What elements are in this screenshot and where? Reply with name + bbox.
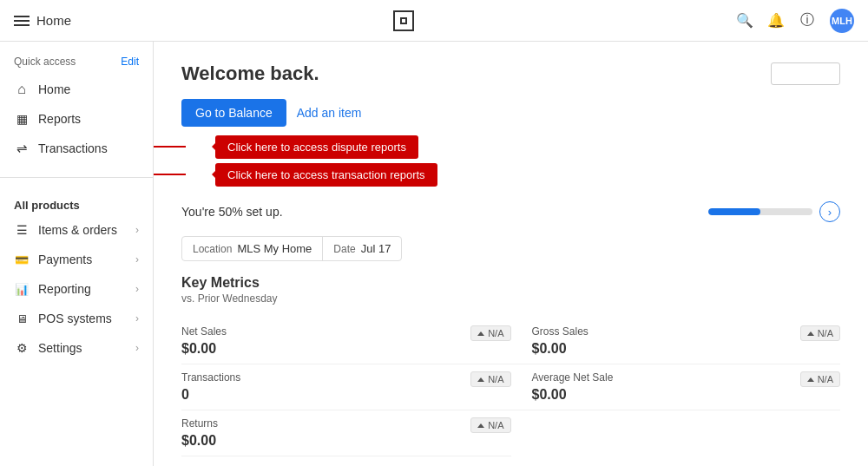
square-logo — [393, 10, 414, 31]
avg-net-sale-info: Average Net Sale $0.00 — [532, 371, 614, 403]
sidebar-item-settings[interactable]: Settings › — [0, 333, 153, 363]
key-metrics-subtitle: vs. Prior Wednesday — [181, 292, 840, 305]
sidebar-item-home-left: Home — [14, 82, 70, 97]
actions-row: Go to Balance Add an item — [181, 99, 840, 127]
metric-gross-sales: Gross Sales $0.00 N/A — [511, 318, 841, 364]
settings-left: Settings — [14, 340, 82, 356]
sidebar-item-transactions[interactable]: Transactions — [0, 134, 153, 163]
setup-bar-right: › — [708, 201, 840, 222]
date-value: Jul 17 — [361, 242, 391, 255]
setup-progress-container: You're 50% set up. › — [181, 201, 840, 222]
main-layout: Quick access Edit Home Reports Transacti… — [0, 42, 868, 466]
settings-icon — [14, 340, 30, 356]
search-box[interactable] — [771, 62, 840, 85]
avg-net-sale-badge-area: N/A — [800, 371, 840, 387]
payments-icon — [14, 252, 30, 267]
sidebar-divider — [0, 177, 153, 178]
transactions-badge-area: N/A — [470, 371, 510, 387]
progress-track — [708, 208, 812, 215]
items-orders-label: Items & orders — [38, 223, 117, 237]
reporting-label: Reporting — [38, 282, 91, 296]
go-to-balance-button[interactable]: Go to Balance — [181, 99, 286, 127]
metric-transactions: Transactions 0 N/A — [181, 364, 511, 410]
quick-access-label: Quick access — [14, 56, 76, 68]
setup-label: You're 50% set up. — [181, 205, 283, 219]
returns-badge: N/A — [470, 417, 510, 433]
transactions-badge: N/A — [470, 371, 510, 387]
progress-arrow-button[interactable]: › — [819, 201, 840, 222]
sidebar-item-reports[interactable]: Reports — [0, 104, 153, 134]
transactions-callout-row: Click here to access transaction reports — [154, 161, 628, 187]
metric-empty — [511, 410, 841, 456]
settings-chevron: › — [135, 342, 139, 354]
pos-left: POS systems — [14, 311, 112, 326]
transaction-callout: Click here to access transaction reports — [215, 163, 437, 187]
net-sales-info: Net Sales $0.00 — [181, 325, 227, 357]
reporting-left: Reporting — [14, 281, 91, 297]
edit-link[interactable]: Edit — [121, 56, 139, 68]
metric-returns: Returns $0.00 N/A — [181, 410, 511, 456]
reports-callout-row: Click here to access dispute reports — [154, 134, 628, 160]
date-label: Date — [333, 243, 355, 255]
nav-center — [393, 10, 414, 31]
transactions-info: Transactions 0 — [181, 371, 240, 403]
filter-bar: Location MLS My Home Date Jul 17 — [181, 236, 402, 261]
avatar[interactable]: MLH — [830, 9, 854, 33]
sidebar-item-reporting[interactable]: Reporting › — [0, 274, 153, 304]
settings-label: Settings — [38, 341, 82, 355]
bell-icon[interactable]: 🔔 — [767, 12, 785, 30]
key-metrics-section: Key Metrics vs. Prior Wednesday Net Sale… — [181, 275, 840, 456]
quick-access-section: Quick access Edit Home Reports Transacti… — [0, 42, 153, 174]
sidebar-item-transactions-left: Transactions — [14, 141, 108, 156]
avg-net-sale-value: $0.00 — [532, 387, 614, 403]
net-sales-badge-area: N/A — [470, 325, 510, 341]
sidebar-item-items-orders[interactable]: Items & orders › — [0, 215, 153, 245]
location-value: MLS My Home — [237, 242, 312, 255]
payments-chevron: › — [135, 253, 139, 266]
gross-sales-badge: N/A — [800, 325, 840, 341]
location-filter[interactable]: Location MLS My Home — [182, 237, 322, 260]
date-filter[interactable]: Date Jul 17 — [322, 237, 401, 260]
items-orders-left: Items & orders — [14, 222, 117, 238]
returns-info: Returns $0.00 — [181, 417, 218, 449]
top-nav: Home 🔍 🔔 ⓘ MLH — [0, 0, 868, 42]
sidebar: Quick access Edit Home Reports Transacti… — [0, 42, 154, 466]
sidebar-reports-label: Reports — [38, 112, 81, 126]
net-sales-label: Net Sales — [181, 325, 227, 338]
gross-sales-info: Gross Sales $0.00 — [532, 325, 589, 357]
items-orders-icon — [14, 222, 30, 238]
pos-label: POS systems — [38, 312, 112, 325]
avg-net-sale-badge: N/A — [800, 371, 840, 387]
net-sales-value: $0.00 — [181, 341, 227, 357]
avg-net-sale-label: Average Net Sale — [532, 371, 614, 384]
reports-arrow-svg — [154, 134, 212, 160]
payments-left: Payments — [14, 252, 92, 267]
returns-label: Returns — [181, 417, 218, 430]
gross-sales-label: Gross Sales — [532, 325, 589, 338]
metrics-grid: Net Sales $0.00 N/A Gross Sales $0.00 — [181, 318, 840, 456]
sidebar-item-payments[interactable]: Payments › — [0, 245, 153, 274]
main-content: Welcome back. Go to Balance Add an item … — [154, 42, 868, 466]
transactions-arrow-svg — [154, 161, 212, 187]
welcome-title: Welcome back. — [181, 62, 840, 85]
sidebar-item-reports-left: Reports — [14, 111, 81, 127]
sidebar-home-label: Home — [38, 82, 70, 96]
quick-access-header: Quick access Edit — [0, 52, 153, 75]
items-orders-chevron: › — [135, 224, 139, 236]
search-icon[interactable]: 🔍 — [736, 12, 753, 30]
gross-sales-value: $0.00 — [532, 341, 589, 357]
help-icon[interactable]: ⓘ — [799, 12, 816, 30]
pos-chevron: › — [135, 312, 139, 325]
reports-icon — [14, 111, 30, 127]
hamburger-menu[interactable] — [14, 16, 30, 26]
sidebar-transactions-label: Transactions — [38, 141, 108, 155]
content-wrapper: Welcome back. Go to Balance Add an item … — [181, 62, 840, 466]
metric-net-sales: Net Sales $0.00 N/A — [181, 318, 511, 364]
nav-left: Home — [14, 13, 71, 28]
sidebar-item-pos[interactable]: POS systems › — [0, 304, 153, 333]
reporting-chevron: › — [135, 283, 139, 295]
sidebar-item-home[interactable]: Home — [0, 75, 153, 104]
add-an-item-button[interactable]: Add an item — [297, 106, 362, 120]
home-icon — [14, 82, 30, 97]
gross-sales-badge-area: N/A — [800, 325, 840, 341]
